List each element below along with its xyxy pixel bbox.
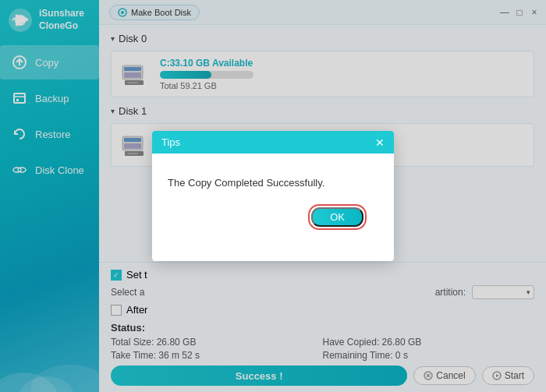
- modal-header: Tips ✕: [152, 131, 394, 154]
- ok-button[interactable]: OK: [311, 207, 363, 227]
- modal-body: The Copy Completed Successfully. OK: [152, 154, 394, 261]
- modal-overlay: Tips ✕ The Copy Completed Successfully. …: [0, 0, 546, 392]
- tips-modal: Tips ✕ The Copy Completed Successfully. …: [152, 131, 394, 261]
- modal-footer: OK: [168, 204, 378, 242]
- modal-title: Tips: [161, 136, 180, 148]
- app-container: iSunshare CloneGo Copy Backup: [0, 0, 546, 392]
- ok-button-wrapper: OK: [308, 204, 367, 230]
- modal-close-button[interactable]: ✕: [375, 137, 385, 148]
- modal-message: The Copy Completed Successfully.: [168, 177, 324, 189]
